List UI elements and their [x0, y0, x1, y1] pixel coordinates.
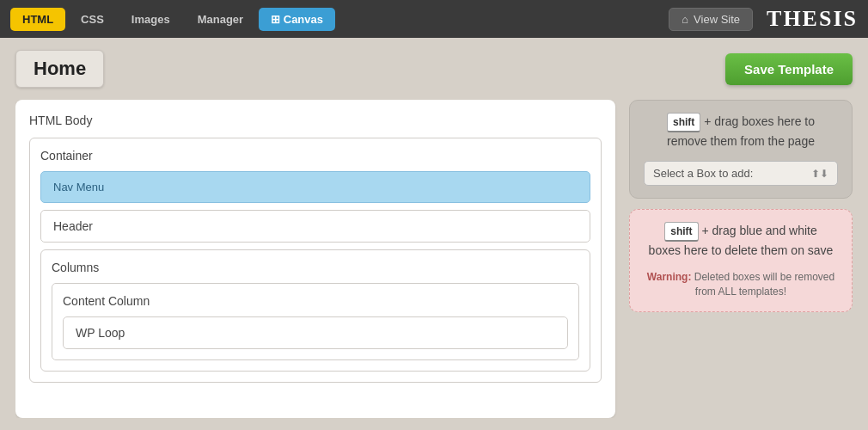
- remove-hint-text1: + drag boxes here to: [704, 114, 815, 128]
- home-label: Home: [15, 50, 104, 88]
- nav-menu-label: Nav Menu: [53, 181, 104, 194]
- main-content: HTML Body Container Nav Menu Header Colu…: [15, 100, 853, 418]
- html-body-label: HTML Body: [29, 114, 602, 127]
- save-template-button[interactable]: Save Template: [725, 53, 853, 85]
- content-column-box: Content Column WP Loop: [52, 283, 579, 360]
- tab-css[interactable]: CSS: [69, 8, 116, 31]
- remove-hint: shift + drag boxes here to remove them f…: [644, 113, 838, 150]
- wp-loop-label: WP Loop: [76, 326, 125, 340]
- delete-hint: shift + drag blue and white boxes here t…: [644, 222, 838, 260]
- delete-hint-text1: + drag blue and white: [701, 224, 816, 237]
- columns-label: Columns: [52, 261, 579, 274]
- home-icon: ⌂: [682, 13, 688, 26]
- shift-key-1: shift: [667, 113, 700, 132]
- warning-label: Warning:: [647, 271, 692, 283]
- view-site-button[interactable]: ⌂ View Site: [669, 8, 753, 31]
- tab-images[interactable]: Images: [119, 8, 182, 31]
- content-column-label: Content Column: [63, 294, 568, 308]
- tab-html[interactable]: HTML: [10, 8, 65, 31]
- right-panel: shift + drag boxes here to remove them f…: [629, 100, 853, 418]
- remove-hint-text2: remove them from the page: [667, 134, 815, 148]
- nav-menu-box[interactable]: Nav Menu: [40, 171, 590, 203]
- wp-loop-box[interactable]: WP Loop: [63, 316, 568, 349]
- select-box-dropdown[interactable]: Select a Box to add: ⬆⬇: [644, 161, 838, 186]
- select-box-row: Select a Box to add: ⬆⬇: [644, 161, 838, 186]
- thesis-logo: THESIS: [767, 6, 858, 32]
- warning-text: Warning: Deleted boxes will be removed f…: [644, 270, 838, 299]
- shift-key-2: shift: [664, 222, 698, 242]
- header-box[interactable]: Header: [40, 210, 590, 243]
- container-box: Container Nav Menu Header Columns Conten…: [29, 138, 602, 383]
- topbar: HTML CSS Images Manager ⊞ Canvas ⌂ View …: [0, 0, 868, 38]
- select-box-label: Select a Box to add:: [653, 167, 753, 180]
- header-row: Home Save Template: [15, 50, 853, 88]
- topbar-right: ⌂ View Site THESIS: [669, 6, 858, 32]
- delete-hint-text2: boxes here to delete them on save: [649, 243, 834, 257]
- container-label: Container: [40, 149, 590, 163]
- header-label: Header: [53, 219, 93, 233]
- canvas-icon: ⊞: [271, 13, 280, 26]
- delete-card: shift + drag blue and white boxes here t…: [629, 209, 853, 312]
- columns-box: Columns Content Column WP Loop: [40, 249, 590, 372]
- topbar-left: HTML CSS Images Manager ⊞ Canvas: [10, 8, 335, 31]
- tab-canvas[interactable]: ⊞ Canvas: [259, 8, 335, 31]
- warning-body: Deleted boxes will be removed from ALL t…: [694, 271, 834, 298]
- dropdown-arrow-icon: ⬆⬇: [811, 168, 828, 180]
- remove-card: shift + drag boxes here to remove them f…: [629, 100, 853, 199]
- page-area: Home Save Template HTML Body Container N…: [0, 38, 868, 430]
- tab-manager[interactable]: Manager: [186, 8, 255, 31]
- left-panel: HTML Body Container Nav Menu Header Colu…: [15, 100, 615, 418]
